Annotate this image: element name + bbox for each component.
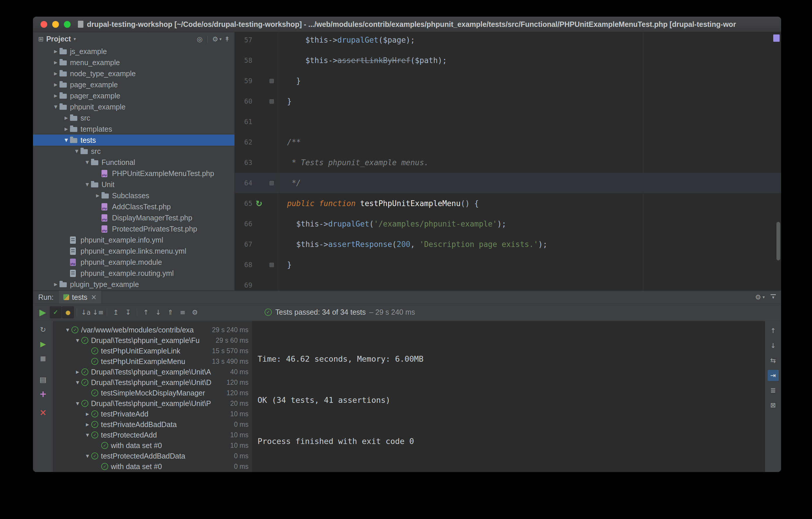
test-tree-item[interactable]: ▼✓testProtectedAddBadData0 ms (53, 451, 252, 461)
tree-expanded-arrow-icon[interactable]: ▼ (74, 401, 81, 406)
scroll-up-icon[interactable]: ↑ (768, 325, 779, 336)
scroll-down-icon[interactable]: ↓ (768, 340, 779, 351)
project-tree-item[interactable]: ▶page_example (33, 79, 234, 90)
editor-line[interactable]: 62 /** (235, 132, 781, 153)
editor-line[interactable]: 68 } (235, 254, 781, 275)
tree-expanded-arrow-icon[interactable]: ▼ (73, 148, 81, 154)
tree-expanded-arrow-icon[interactable]: ▼ (64, 328, 71, 332)
tree-collapsed-arrow-icon[interactable]: ▶ (52, 82, 59, 87)
test-tree-item[interactable]: ✓with data set #00 ms (53, 461, 252, 472)
collapse-all-icon[interactable]: ↟ (224, 35, 230, 43)
gear-icon[interactable]: ⚙ (212, 35, 219, 43)
test-tree-item[interactable]: ▼✓Drupal\Tests\phpunit_example\Unit\P20 … (53, 398, 252, 409)
project-tree-item[interactable]: ▼src (33, 146, 234, 157)
project-panel-title[interactable]: Project (46, 35, 71, 43)
editor-line[interactable]: 59 } (235, 71, 781, 91)
project-tree-item[interactable]: ▶templates (33, 124, 234, 135)
tree-collapsed-arrow-icon[interactable]: ▶ (94, 193, 102, 198)
hide-panel-icon[interactable]: ▾ (771, 294, 776, 300)
project-tree-item[interactable]: phpunit_example.module (33, 256, 234, 268)
stop-icon[interactable]: ■ (40, 354, 46, 362)
editor-line[interactable]: 66 $this->drupalGet('/examples/phpunit-e… (235, 214, 781, 234)
project-tree-item[interactable]: ▶plugin_type_example (33, 279, 234, 290)
test-tree-item[interactable]: ▼✓Drupal\Tests\phpunit_example\Unit\D120… (53, 377, 252, 388)
chevron-down-icon[interactable]: ▾ (219, 36, 222, 42)
project-tree-item[interactable]: ProtectedPrivatesTest.php (33, 223, 234, 235)
close-panel-icon[interactable]: × (39, 408, 47, 416)
tree-collapsed-arrow-icon[interactable]: ▶ (74, 370, 81, 374)
tree-expanded-arrow-icon[interactable]: ▼ (52, 104, 59, 109)
error-stripe-mark[interactable] (773, 34, 780, 42)
tree-collapsed-arrow-icon[interactable]: ▶ (52, 71, 59, 76)
project-tree-item[interactable]: ▼phpunit_example (33, 101, 234, 112)
show-ignored-toggle[interactable]: ● (62, 306, 74, 318)
test-tree-item[interactable]: ▼✓testProtectedAdd10 ms (53, 430, 252, 440)
tree-collapsed-arrow-icon[interactable]: ▶ (62, 127, 70, 132)
sort-by-duration-button[interactable]: ↓≡ (92, 306, 104, 318)
tree-collapsed-arrow-icon[interactable]: ▶ (84, 422, 91, 427)
console[interactable]: Time: 46.62 seconds, Memory: 6.00MB OK (… (252, 321, 765, 472)
project-tree-item[interactable]: ▼tests (33, 135, 234, 146)
tree-expanded-arrow-icon[interactable]: ▼ (84, 454, 91, 458)
rerun-failed-tests-icon[interactable]: ▶ (40, 339, 46, 348)
test-settings-button[interactable]: ⚙ (189, 306, 201, 318)
show-passed-toggle[interactable]: ✓ (50, 306, 62, 318)
tree-collapsed-arrow-icon[interactable]: ▶ (52, 60, 59, 65)
tree-expanded-arrow-icon[interactable]: ▼ (84, 433, 91, 437)
tree-expanded-arrow-icon[interactable]: ▼ (74, 338, 81, 343)
test-tree-item[interactable]: ✓testPhpUnitExampleMenu13 s 490 ms (53, 356, 252, 366)
project-tree-item[interactable]: AddClassTest.php (33, 201, 234, 212)
test-tree-item[interactable]: ▶✓Drupal\Tests\phpunit_example\Unit\A40 … (53, 366, 252, 377)
project-tree-item[interactable]: phpunit_example.routing.yml (33, 268, 234, 279)
test-tree-item[interactable]: ✓testPhpUnitExampleLink15 s 570 ms (53, 346, 252, 356)
project-tree-item[interactable]: ▶pager_example (33, 90, 234, 101)
console-view-icon[interactable]: ▤ (40, 375, 47, 384)
tree-collapsed-arrow-icon[interactable]: ▶ (62, 115, 70, 120)
test-tree-item[interactable]: ▶✓testPrivateAdd10 ms (53, 409, 252, 419)
previous-occurrence-button[interactable]: ↑ (140, 306, 152, 318)
attach-debugger-icon[interactable]: + (39, 389, 47, 398)
editor-line[interactable]: 60 } (235, 91, 781, 111)
project-tree-item[interactable]: phpunit_example.info.yml (33, 235, 234, 245)
chevron-down-icon[interactable]: ▾ (762, 295, 765, 300)
editor-line[interactable]: 61 (235, 111, 781, 132)
editor-line[interactable]: 63 * Tests phpunit_example menus. (235, 153, 781, 173)
rerun-tests-button[interactable]: ▶ (39, 307, 46, 317)
tree-collapsed-arrow-icon[interactable]: ▶ (52, 49, 59, 54)
run-test-gutter-icon[interactable]: ↻ (252, 199, 266, 209)
editor-scrollbar[interactable] (776, 222, 780, 261)
project-tree-item[interactable]: ▼Functional (33, 157, 234, 168)
test-tree-item[interactable]: ▼✓Drupal\Tests\phpunit_example\Fu29 s 60… (53, 335, 252, 346)
tree-collapsed-arrow-icon[interactable]: ▶ (84, 412, 91, 416)
collapse-all-button[interactable]: ↧ (122, 306, 134, 318)
tree-collapsed-arrow-icon[interactable]: ▶ (52, 93, 59, 99)
print-icon[interactable]: ≣ (768, 385, 779, 396)
tree-expanded-arrow-icon[interactable]: ▼ (74, 380, 81, 385)
next-occurrence-button[interactable]: ↓ (152, 306, 164, 318)
project-tree-item[interactable]: ▶src (33, 112, 234, 124)
close-window-button[interactable] (40, 21, 47, 28)
sort-alphabetically-button[interactable]: ↓a (80, 306, 92, 318)
editor-line[interactable]: 58 $this->assertLinkByHref($path); (235, 50, 781, 71)
editor-line[interactable]: 65↻ public function testPhpUnitExampleMe… (235, 193, 781, 214)
scroll-to-end-icon[interactable]: ⇥ (768, 370, 779, 381)
gear-icon[interactable]: ⚙ (755, 293, 761, 301)
test-tree-item[interactable]: ✓with data set #010 ms (53, 440, 252, 451)
tree-expanded-arrow-icon[interactable]: ▼ (83, 182, 91, 187)
import-test-results-button[interactable]: ⇑ (165, 306, 176, 318)
minimize-window-button[interactable] (52, 21, 59, 28)
chevron-down-icon[interactable]: ▾ (74, 36, 76, 42)
project-tree-item[interactable]: ▼Unit (33, 179, 234, 190)
project-tree-item[interactable]: ▶menu_example (33, 57, 234, 68)
rerun-icon[interactable]: ↻ (40, 325, 46, 334)
locate-file-icon[interactable]: ◎ (197, 35, 202, 43)
test-tree-item[interactable]: ▶✓testPrivateAddBadData0 ms (53, 419, 252, 430)
project-tree-item[interactable]: phpunit_example.links.menu.yml (33, 245, 234, 256)
project-tree-item[interactable]: ▶Subclasses (33, 190, 234, 201)
zoom-window-button[interactable] (64, 21, 70, 28)
close-tab-icon[interactable]: × (91, 293, 97, 301)
tree-expanded-arrow-icon[interactable]: ▼ (83, 160, 91, 165)
editor-line[interactable]: 67 $this->assertResponse(200, 'Descripti… (235, 234, 781, 254)
clear-all-icon[interactable]: ⊠ (768, 400, 779, 411)
tree-collapsed-arrow-icon[interactable]: ▶ (52, 282, 59, 287)
